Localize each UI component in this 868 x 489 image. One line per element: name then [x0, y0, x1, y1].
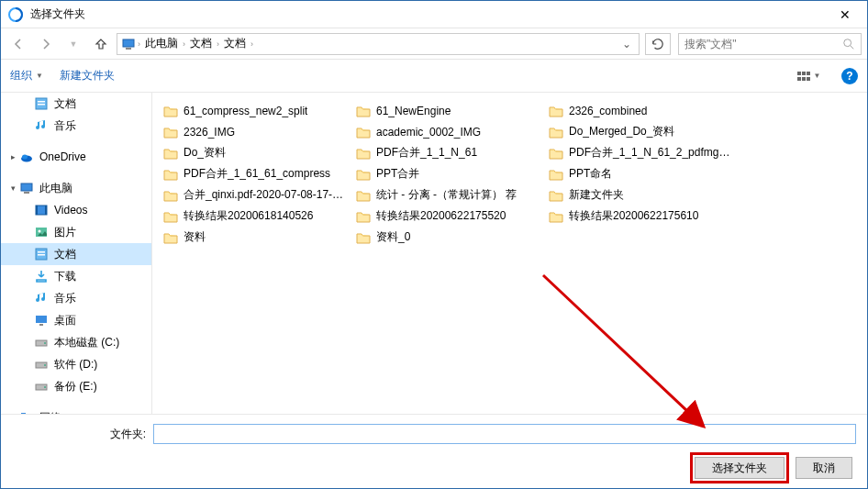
tree-item-桌面[interactable]: 桌面 [1, 309, 151, 331]
music-icon [34, 291, 49, 306]
folder-label: PDF合并_1_1_N_61_2_pdfmge2_sp... [569, 145, 734, 161]
folder-icon [163, 188, 178, 203]
tree-item-OneDrive[interactable]: ▸OneDrive [1, 146, 151, 168]
svg-point-23 [39, 230, 41, 233]
folder-item[interactable]: 转换结果20200622175610 [545, 206, 738, 227]
music-icon [34, 118, 49, 133]
folder-label: PDF合并_1_1_N_61 [376, 145, 477, 161]
bottom-panel: 文件夹: 选择文件夹 取消 [1, 414, 867, 488]
folder-item[interactable]: PDF合并_1_1_N_61_2_pdfmge2_sp... [545, 142, 738, 163]
tree-item-下载[interactable]: 下载 [1, 265, 151, 287]
tree-item-图片[interactable]: 图片 [1, 221, 151, 243]
drive-icon [34, 357, 49, 372]
tree-item-文档[interactable]: 文档 [1, 93, 151, 115]
folder-path-input[interactable] [153, 424, 856, 444]
tree-item-label: 文档 [54, 247, 76, 262]
search-input[interactable] [684, 38, 855, 50]
folder-item[interactable]: PDF合并_1_1_N_61 [352, 142, 545, 163]
tree-item-本地磁盘 (C:)[interactable]: 本地磁盘 (C:) [1, 331, 151, 353]
folder-item[interactable]: 2326_IMG [160, 121, 352, 142]
new-folder-button[interactable]: 新建文件夹 [60, 68, 115, 83]
view-mode-button[interactable]: ▼ [792, 66, 825, 86]
tree-item-音乐[interactable]: 音乐 [1, 287, 151, 309]
tree-item-label: 备份 (E:) [54, 379, 97, 395]
search-icon [842, 38, 855, 50]
folder-label: 61_NewEngine [376, 105, 451, 117]
folder-item[interactable]: PPT合并 [352, 163, 545, 184]
svg-rect-26 [38, 254, 45, 256]
svg-rect-2 [126, 48, 131, 50]
crumb-0[interactable]: 此电脑 [142, 36, 181, 51]
svg-point-34 [44, 386, 46, 388]
tree-item-音乐[interactable]: 音乐 [1, 115, 151, 137]
folder-item[interactable]: 统计 - 分离 -（常规计算） 荐 [352, 184, 545, 206]
folder-item[interactable]: 资料 [160, 227, 352, 248]
folder-item[interactable]: 61_compress_new2_split [160, 100, 352, 121]
folder-icon [356, 125, 371, 139]
svg-point-3 [844, 39, 851, 46]
file-list[interactable]: 61_compress_new2_split2326_IMGDo_资料PDF合并… [152, 93, 867, 414]
folder-item[interactable]: 2326_combined [545, 100, 738, 121]
tree-item-label: OneDrive [39, 150, 86, 163]
pc-icon [121, 37, 136, 51]
folder-icon [163, 146, 178, 161]
search-box[interactable] [678, 33, 862, 55]
folder-item[interactable]: 资料_0 [352, 227, 545, 248]
tree-item-label: 文档 [54, 96, 76, 112]
tree-caret: ▸ [6, 152, 19, 161]
organize-label: 组织 [10, 68, 32, 83]
recent-dropdown[interactable]: ▼ [61, 32, 85, 56]
address-bar[interactable]: › 此电脑 › 文档 › 文档 › ⌄ [117, 33, 640, 55]
folder-icon [163, 209, 178, 224]
folder-item[interactable]: Do_资料 [160, 142, 352, 163]
crumb-label: 此电脑 [145, 36, 178, 51]
tree-item-网络[interactable]: ▸网络 [1, 406, 151, 414]
toolbar: 组织 ▼ 新建文件夹 ▼ ? [1, 60, 867, 93]
tree-item-备份 (E:)[interactable]: 备份 (E:) [1, 375, 151, 397]
folder-item[interactable]: 转换结果20200622175520 [352, 206, 545, 227]
folder-icon [163, 104, 178, 118]
organize-menu[interactable]: 组织 ▼ [10, 68, 43, 83]
close-button[interactable]: ✕ [827, 3, 863, 27]
folder-item[interactable]: PDF合并_1_61_61_compress [160, 163, 352, 184]
app-icon [8, 7, 23, 22]
folder-item[interactable]: 61_NewEngine [352, 100, 545, 121]
folder-label: 资料 [184, 229, 206, 245]
doc-lib-icon [34, 96, 49, 111]
folder-icon [356, 146, 371, 161]
folder-item[interactable]: PPT命名 [545, 163, 738, 184]
folder-icon [356, 209, 371, 224]
svg-rect-17 [24, 192, 29, 194]
folder-item[interactable]: 合并_qinxi.pdf-2020-07-08-17-43-... [160, 184, 352, 206]
back-button[interactable] [6, 32, 30, 56]
titlebar: 选择文件夹 ✕ [1, 1, 867, 28]
tree-item-软件 (D:)[interactable]: 软件 (D:) [1, 353, 151, 375]
folder-item[interactable]: 新建文件夹 [545, 184, 738, 206]
crumb-2[interactable]: 文档 [221, 36, 249, 51]
desktop-icon [34, 313, 49, 328]
folder-item[interactable]: 转换结果20200618140526 [160, 206, 352, 227]
tree-item-此电脑[interactable]: ▾此电脑 [1, 177, 151, 199]
tree-item-label: 本地磁盘 (C:) [54, 335, 119, 350]
folder-item[interactable]: Do_Merged_Do_资料 [545, 121, 738, 142]
cancel-button[interactable]: 取消 [796, 457, 852, 479]
tree-caret: ▾ [6, 183, 19, 193]
download-icon [34, 269, 49, 283]
up-button[interactable] [89, 32, 113, 56]
crumb-1[interactable]: 文档 [187, 36, 215, 51]
tree-item-label: 桌面 [54, 313, 76, 328]
navigation-tree[interactable]: 文档音乐▸OneDrive▾此电脑Videos图片文档下载音乐桌面本地磁盘 (C… [1, 93, 152, 414]
select-folder-button[interactable]: 选择文件夹 [695, 457, 785, 479]
tree-item-Videos[interactable]: Videos [1, 199, 151, 221]
crumb-sep: › [250, 39, 253, 49]
address-dropdown[interactable]: ⌄ [618, 38, 635, 50]
navbar: ▼ › 此电脑 › 文档 › 文档 › ⌄ [1, 28, 867, 60]
folder-item[interactable]: academic_0002_IMG [352, 121, 545, 142]
doc-lib-icon [34, 247, 49, 261]
crumb-sep: › [138, 39, 140, 49]
folder-field-label: 文件夹: [10, 427, 146, 442]
refresh-button[interactable] [645, 33, 671, 55]
forward-button[interactable] [34, 32, 58, 56]
tree-item-文档[interactable]: 文档 [1, 243, 151, 265]
help-button[interactable]: ? [841, 68, 858, 84]
